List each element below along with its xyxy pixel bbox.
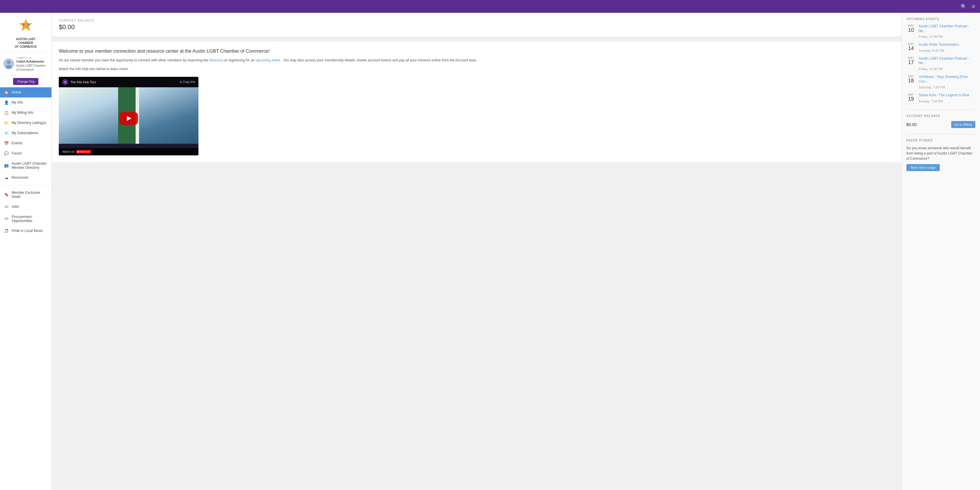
sidebar-item-procurement[interactable]: 🏷 Procurement Opportunities: [0, 212, 51, 226]
settings-icon[interactable]: ⚙: [971, 4, 975, 9]
panel-divider-2: [906, 134, 975, 134]
forum-icon: 💬: [4, 151, 9, 156]
svg-point-3: [27, 23, 29, 25]
sidebar-item-jobs[interactable]: 🏷 Jobs: [0, 202, 51, 212]
account-balance-title: ACCOUNT BALANCE: [906, 115, 975, 118]
event-item-4: May 18 Un/Heard - Stop Shooting (Free Co…: [906, 75, 975, 90]
sidebar-item-my-subscriptions[interactable]: 📧 My Subscriptions: [0, 128, 51, 138]
event-item-5: May 19 Tasha Kohl - The Legend is Real S…: [906, 93, 975, 103]
refer-others-section: REFER OTHERS Do you know someone who wou…: [906, 139, 975, 171]
upcoming-events-section: UPCOMING EVENTS May 10 Austin LGBT Chamb…: [906, 18, 975, 103]
sidebar-item-pride-music[interactable]: 🎵 Pride in Local Music: [0, 226, 51, 236]
nav-member-dir-label: Austin LGBT Chamber Member Directory: [12, 161, 48, 170]
nav-subscriptions-label: My Subscriptions: [12, 131, 38, 135]
video-wrapper: ★ The Info Hub Tour ⧉ Copy link: [59, 77, 199, 155]
sidebar-item-member-directory[interactable]: 👥 Austin LGBT Chamber Member Directory: [0, 159, 51, 173]
welcome-paragraph1: As our valued member you have the opport…: [59, 57, 894, 63]
members-icon: 👥: [4, 163, 9, 168]
nav-forum-label: Forum: [12, 151, 22, 155]
nav-my-info-label: My Info: [12, 100, 23, 105]
welcome-paragraph2: Watch the Info Hub tour below to learn m…: [59, 66, 894, 72]
play-button[interactable]: [119, 112, 138, 125]
sidebar-item-events[interactable]: 📅 Events: [0, 138, 51, 148]
nav-resources-label: Resources: [12, 175, 28, 180]
event-details-3: Austin LGBT Chamber Podcast - Ne... Frid…: [919, 56, 975, 71]
copy-icon: ⧉: [180, 80, 182, 84]
nav-home-label: Home: [12, 90, 21, 94]
deals-icon: 🔖: [4, 192, 9, 197]
event-day-1: 10: [906, 27, 916, 33]
directory-icon: 📁: [4, 121, 9, 125]
refer-others-title: REFER OTHERS: [906, 139, 975, 142]
music-icon: 🎵: [4, 229, 9, 233]
event-time-3: Friday, 12:00 PM: [919, 67, 943, 71]
event-day-3: 17: [906, 60, 916, 65]
resources-icon: ☁: [4, 175, 9, 180]
center-panel: CURRENT BALANCE $0.00 Welcome to your me…: [52, 13, 901, 490]
directory-link[interactable]: Directory: [210, 58, 223, 62]
go-to-billing-button[interactable]: Go to Billing: [951, 121, 975, 128]
event-date-4: May 18: [906, 75, 916, 83]
sidebar-item-my-billing[interactable]: 📋 My Billing Info: [0, 108, 51, 118]
event-time-1: Friday, 12:00 PM: [919, 35, 943, 38]
account-balance-amount: $0.00: [906, 122, 916, 127]
event-date-5: May 19: [906, 93, 916, 102]
youtube-logo: ▶ YouTube: [76, 150, 91, 154]
event-details-4: Un/Heard - Stop Shooting (Free Con... Sa…: [919, 75, 975, 90]
account-balance-row: $0.00 Go to Billing: [906, 121, 975, 128]
event-day-2: 14: [906, 46, 916, 51]
search-icon[interactable]: 🔍: [961, 4, 967, 9]
upcoming-event-link[interactable]: upcoming event: [256, 58, 280, 62]
balance-amount: $0.00: [59, 23, 894, 31]
sidebar-logo: AUSTIN LGBT CHAMBER OF COMMERCE: [0, 13, 51, 52]
sidebar-item-home[interactable]: 🏠 Home: [0, 87, 51, 97]
logo-icon: [17, 18, 35, 35]
video-container: ★ The Info Hub Tour ⧉ Copy link: [59, 77, 199, 155]
user-info: Logged in as Colton Ashabranner Austin L…: [16, 56, 48, 72]
watch-on-youtube: Watch on ▶ YouTube: [62, 150, 91, 154]
refer-text: Do you know someone who would benefit fr…: [906, 145, 975, 161]
svg-point-1: [23, 23, 24, 25]
copy-link-button[interactable]: ⧉ Copy link: [180, 80, 195, 84]
watch-on-label: Watch on: [62, 150, 75, 153]
sidebar-item-directory-listing[interactable]: 📁 My Directory Listing(s): [0, 118, 51, 128]
sidebar-user-section: Logged in as Colton Ashabranner Austin L…: [0, 52, 51, 76]
nav-deals-label: Member Exclusive Deals: [12, 191, 48, 199]
refer-button[interactable]: Refer them today!: [906, 164, 940, 171]
event-date-1: May 10: [906, 24, 916, 33]
sidebar-nav: 🏠 Home 👤 My Info 📋 My Billing Info 📁 My …: [0, 87, 51, 490]
event-name-1[interactable]: Austin LGBT Chamber Podcast - Ne...: [919, 24, 975, 33]
balance-section: CURRENT BALANCE $0.00: [52, 13, 901, 37]
events-icon: 📅: [4, 141, 9, 145]
event-name-4[interactable]: Un/Heard - Stop Shooting (Free Con...: [919, 75, 975, 84]
sidebar-item-forum[interactable]: 💬 Forum: [0, 148, 51, 159]
event-details-5: Tasha Kohl - The Legend is Real Sunday, …: [919, 93, 975, 103]
logged-as-label: Logged in as: [16, 56, 48, 60]
event-name-5[interactable]: Tasha Kohl - The Legend is Real: [919, 93, 975, 98]
billing-icon: 📋: [4, 111, 9, 115]
user-avatar: [3, 59, 14, 69]
procurement-icon: 🏷: [4, 216, 9, 221]
event-date-2: May 14: [906, 43, 916, 51]
account-balance-section: ACCOUNT BALANCE $0.00 Go to Billing: [906, 115, 975, 128]
video-title-bar: ★ The Info Hub Tour ⧉ Copy link: [59, 77, 199, 87]
balance-label: CURRENT BALANCE: [59, 19, 894, 22]
user-org: Austin LGBT Chamber of Commerce: [16, 64, 48, 72]
upcoming-events-title: UPCOMING EVENTS: [906, 18, 975, 21]
event-name-2[interactable]: Austin Pride Toastmasters: [919, 43, 975, 47]
subscriptions-icon: 📧: [4, 131, 9, 135]
sidebar-item-my-info[interactable]: 👤 My Info: [0, 97, 51, 108]
sidebar-item-resources[interactable]: ☁ Resources: [0, 173, 51, 183]
event-date-3: May 17: [906, 56, 916, 65]
event-time-2: Tuesday, 6:45 PM: [919, 49, 944, 52]
person-icon: 👤: [4, 100, 9, 105]
event-day-5: 19: [906, 96, 916, 102]
svg-point-10: [7, 60, 11, 64]
video-logo: ★: [62, 79, 68, 85]
nav-procurement-label: Procurement Opportunities: [12, 215, 48, 223]
top-bar: 🔍 ⚙: [0, 0, 980, 13]
event-time-4: Saturday, 7:00 PM: [919, 86, 945, 89]
event-name-3[interactable]: Austin LGBT Chamber Podcast - Ne...: [919, 56, 975, 65]
change-org-button[interactable]: Change Org: [13, 78, 39, 85]
sidebar-item-member-deals[interactable]: 🔖 Member Exclusive Deals: [0, 188, 51, 202]
